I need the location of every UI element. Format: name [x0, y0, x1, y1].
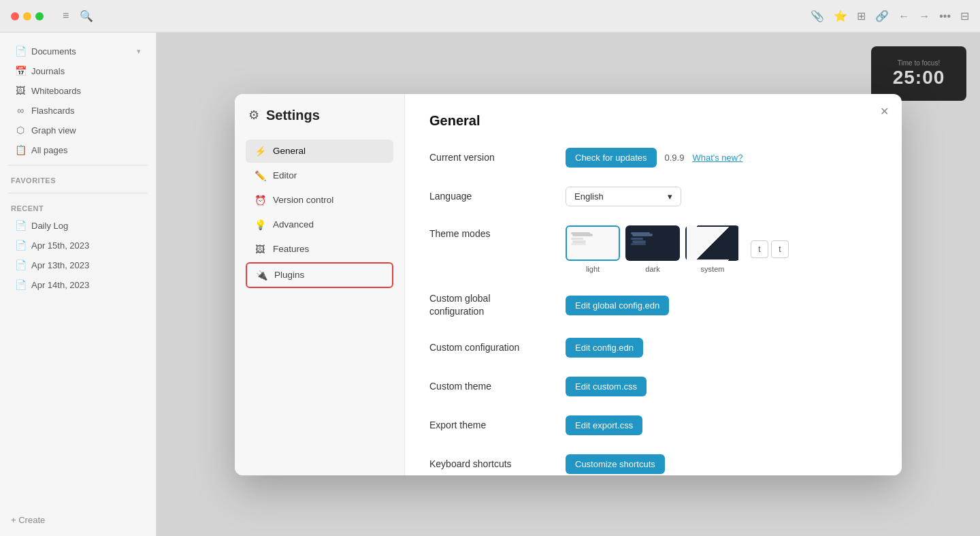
apr15-icon: 📄: [15, 240, 26, 251]
language-select[interactable]: English ▾: [566, 187, 681, 206]
nav-item-plugins[interactable]: 🔌 Plugins: [246, 262, 393, 288]
whats-new-link[interactable]: What's new?: [692, 153, 742, 163]
sidebar-item-flashcards-label: Flashcards: [31, 106, 75, 116]
sidebar-item-whiteboards[interactable]: 🖼 Whiteboards: [4, 81, 152, 100]
sidebar-item-flashcards[interactable]: ∞ Flashcards: [4, 101, 152, 120]
minimize-button[interactable]: [23, 12, 31, 20]
share-icon[interactable]: 🔗: [875, 10, 889, 22]
settings-modal: ✕ ⚙ Settings ⚡ General ✏️ Editor ⏰: [235, 94, 902, 475]
back-icon[interactable]: ←: [898, 10, 909, 22]
language-label: Language: [429, 191, 552, 202]
version-label: Current version: [429, 152, 552, 163]
nav-item-editor[interactable]: ✏️ Editor: [246, 164, 393, 187]
sidebar-divider-2: [8, 193, 148, 193]
customize-shortcuts-button[interactable]: Customize shortcuts: [566, 454, 665, 474]
sidebar-item-apr15[interactable]: 📄 Apr 15th, 2023: [4, 236, 152, 255]
close-button[interactable]: [11, 12, 19, 20]
modal-content-panel: General Current version Check for update…: [405, 94, 902, 475]
apr14-icon: 📄: [15, 279, 26, 290]
top-bar-right: 📎 ⭐ ⊞ 🔗 ← → ••• ⊟: [811, 10, 969, 22]
apr13-icon: 📄: [15, 259, 26, 270]
sidebar-item-apr14[interactable]: 📄 Apr 14th, 2023: [4, 275, 152, 294]
sidebar-item-documents[interactable]: 📄 Documents ▾: [4, 42, 152, 61]
sidebar-item-all-pages[interactable]: 📋 All pages: [4, 140, 152, 159]
top-bar-icons: ≡ 🔍: [63, 10, 93, 22]
nav-item-version-control[interactable]: ⏰ Version control: [246, 189, 393, 212]
sidebar-item-all-pages-label: All pages: [31, 145, 67, 155]
edit-config-button[interactable]: Edit config.edn: [566, 338, 643, 358]
theme-preview-light: [566, 225, 620, 261]
modal-title-area: ⚙ Settings: [246, 108, 393, 123]
sidebar-item-daily-log[interactable]: 📄 Daily Log: [4, 216, 152, 235]
config-label: Custom configuration: [429, 342, 552, 353]
modal-overlay: ✕ ⚙ Settings ⚡ General ✏️ Editor ⏰: [157, 33, 980, 536]
sidebar-item-graph-view[interactable]: ⬡ Graph view: [4, 121, 152, 140]
export-theme-label: Export theme: [429, 420, 552, 430]
all-pages-icon: 📋: [15, 144, 26, 155]
main-content: Time to focus! 25:00 ✕ ⚙ Settings ⚡ Gene…: [157, 33, 980, 536]
keyboard-shortcuts-label: Keyboard shortcuts: [429, 458, 552, 469]
sidebar-item-apr13-label: Apr 13th, 2023: [31, 260, 89, 270]
version-control-icon: ⏰: [254, 195, 266, 206]
journals-icon: 📅: [15, 65, 26, 76]
sidebar-item-journals-label: Journals: [31, 66, 65, 76]
star-icon[interactable]: ⭐: [834, 10, 847, 22]
nav-item-general[interactable]: ⚡ General: [246, 140, 393, 163]
grid-icon[interactable]: ⊞: [857, 10, 866, 22]
sidebar-item-daily-log-label: Daily Log: [31, 221, 68, 231]
graph-view-icon: ⬡: [15, 125, 26, 136]
theme-light-label: light: [586, 265, 600, 273]
theme-extra-btn-1[interactable]: t: [751, 240, 768, 258]
theme-card-light[interactable]: light: [566, 225, 620, 273]
sidebar-footer: + Create: [0, 515, 156, 525]
settings-row-keyboard-shortcuts: Keyboard shortcuts Customize shortcuts: [429, 454, 877, 474]
settings-gear-icon: ⚙: [248, 108, 259, 123]
config-value: Edit config.edn: [566, 338, 643, 358]
nav-item-general-label: General: [273, 146, 306, 156]
sidebar-toggle-icon[interactable]: ⊟: [960, 10, 969, 22]
theme-preview-dark: [625, 225, 680, 261]
sidebar-divider-1: [8, 165, 148, 165]
edit-export-css-button[interactable]: Edit export.css: [566, 415, 642, 435]
custom-theme-label: Custom theme: [429, 381, 552, 392]
top-bar: ≡ 🔍 📎 ⭐ ⊞ 🔗 ← → ••• ⊟: [0, 0, 980, 33]
nav-item-editor-label: Editor: [273, 170, 297, 180]
search-icon[interactable]: 🔍: [80, 10, 93, 22]
edit-custom-css-button[interactable]: Edit custom.css: [566, 377, 647, 396]
edit-global-config-button[interactable]: Edit global config.edn: [566, 296, 669, 315]
theme-card-dark[interactable]: dark: [625, 225, 680, 273]
sidebar: 📄 Documents ▾ 📅 Journals 🖼 Whiteboards ∞…: [0, 33, 157, 536]
create-button[interactable]: + Create: [11, 515, 145, 525]
sidebar-item-apr14-label: Apr 14th, 2023: [31, 280, 89, 290]
modal-close-button[interactable]: ✕: [876, 104, 892, 120]
version-value: Check for updates 0.9.9 What's new?: [566, 148, 742, 168]
general-icon: ⚡: [254, 146, 266, 157]
whiteboards-icon: 🖼: [15, 85, 26, 96]
theme-label: Theme modes: [429, 225, 552, 239]
features-icon: 🖼: [254, 244, 266, 255]
advanced-icon: 💡: [254, 219, 266, 230]
more-icon[interactable]: •••: [939, 10, 951, 22]
sidebar-item-apr13[interactable]: 📄 Apr 13th, 2023: [4, 255, 152, 274]
modal-title: Settings: [266, 108, 320, 123]
forward-icon[interactable]: →: [919, 10, 930, 22]
language-value: English ▾: [566, 187, 681, 206]
menu-icon[interactable]: ≡: [63, 10, 69, 22]
attachment-icon[interactable]: 📎: [811, 10, 824, 22]
settings-row-custom-theme: Custom theme Edit custom.css: [429, 377, 877, 396]
sidebar-item-whiteboards-label: Whiteboards: [31, 86, 81, 96]
check-updates-button[interactable]: Check for updates: [566, 148, 657, 168]
nav-item-advanced-label: Advanced: [273, 219, 314, 230]
editor-icon: ✏️: [254, 170, 266, 181]
create-button-label: + Create: [11, 515, 45, 525]
nav-item-version-control-label: Version control: [273, 195, 333, 205]
theme-card-system[interactable]: system: [685, 225, 740, 273]
maximize-button[interactable]: [35, 12, 44, 20]
section-title: General: [429, 113, 877, 129]
custom-theme-value: Edit custom.css: [566, 377, 647, 396]
nav-item-advanced[interactable]: 💡 Advanced: [246, 213, 393, 236]
nav-item-features[interactable]: 🖼 Features: [246, 238, 393, 261]
sidebar-item-journals[interactable]: 📅 Journals: [4, 61, 152, 80]
settings-row-theme: Theme modes light: [429, 225, 877, 273]
theme-extra-btn-2[interactable]: t: [771, 240, 789, 258]
